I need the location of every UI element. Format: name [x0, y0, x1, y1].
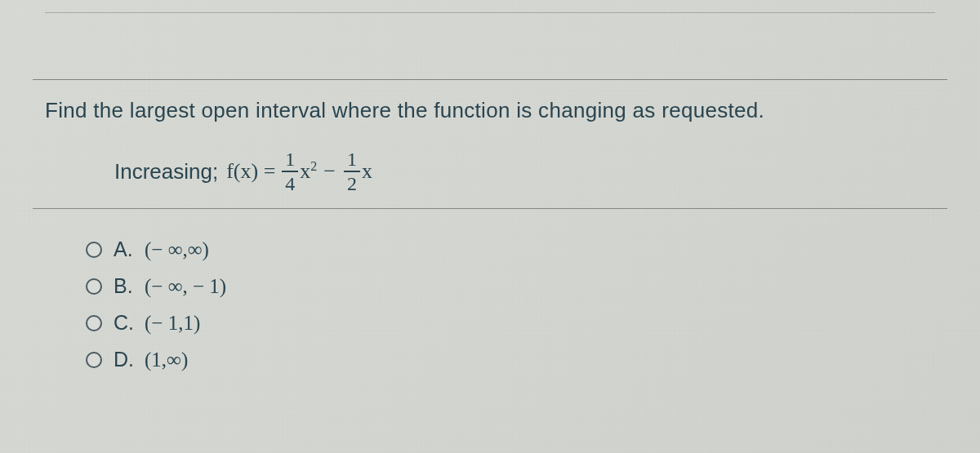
- fraction-2-denominator: 2: [344, 172, 360, 193]
- problem-prompt: Find the largest open interval where the…: [45, 98, 935, 123]
- option-a-letter: A.: [114, 238, 136, 261]
- fraction-1-denominator: 4: [282, 172, 298, 193]
- radio-icon: [86, 352, 102, 368]
- option-d-text: (1,∞): [145, 349, 188, 371]
- option-b[interactable]: B. (− ∞, − 1): [86, 274, 935, 298]
- formula-row: Increasing; f(x) = 1 4 x 2 − 1 2 x: [45, 149, 935, 193]
- term1-variable: x: [300, 159, 310, 184]
- option-d-letter: D.: [114, 348, 136, 371]
- divider-mid: [33, 208, 947, 209]
- radio-icon: [86, 315, 102, 331]
- option-a-text: (− ∞,∞): [145, 238, 209, 261]
- radio-icon: [86, 278, 102, 295]
- term2-variable: x: [362, 159, 372, 184]
- question-container: Find the largest open interval where the…: [0, 0, 980, 417]
- fraction-2: 1 2: [344, 149, 360, 193]
- fraction-1-numerator: 1: [282, 149, 298, 172]
- option-d[interactable]: D. (1,∞): [86, 348, 935, 371]
- fraction-1: 1 4: [282, 149, 298, 193]
- option-b-letter: B.: [114, 274, 136, 298]
- option-c-text: (− 1,1): [145, 312, 200, 335]
- option-c[interactable]: C. (− 1,1): [86, 311, 935, 335]
- function-lhs: f(x) =: [226, 159, 275, 184]
- option-b-text: (− ∞, − 1): [145, 275, 226, 298]
- minus-sign: −: [323, 159, 336, 184]
- options-list: A. (− ∞,∞) B. (− ∞, − 1) C. (− 1,1) D. (…: [45, 238, 935, 371]
- condition-label: Increasing;: [114, 159, 218, 184]
- fraction-2-numerator: 1: [344, 149, 360, 172]
- radio-icon: [86, 242, 102, 258]
- option-a[interactable]: A. (− ∞,∞): [86, 238, 935, 261]
- term1-exponent: 2: [310, 159, 317, 174]
- option-c-letter: C.: [114, 311, 136, 335]
